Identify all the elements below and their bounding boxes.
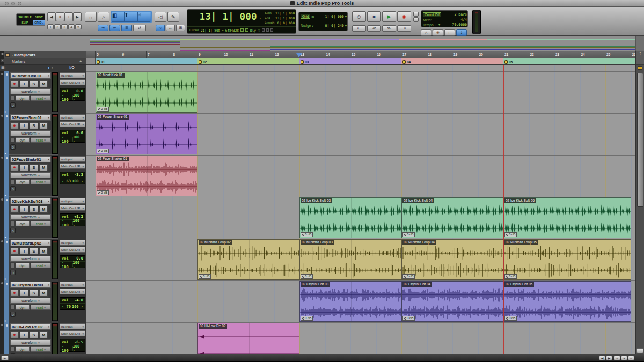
counter-dropdown-icon[interactable]: ▾: [259, 16, 261, 20]
solo-button[interactable]: S: [30, 248, 38, 255]
solo-button[interactable]: S: [30, 80, 38, 87]
mode-grid-button[interactable]: GRID▾: [33, 20, 45, 26]
audio-clip[interactable]: 02 Meat Kick 010 dB: [96, 72, 197, 113]
output-selector[interactable]: Main Out L/R▾: [60, 330, 85, 336]
markers-ruler-header[interactable]: Markers: [0, 58, 86, 65]
marker-segment[interactable]: 03: [299, 58, 401, 65]
audio-clip[interactable]: 02 Mustard Loop 040 dB: [401, 239, 503, 280]
zoom-preset-3-button[interactable]: 3: [61, 24, 68, 29]
automation-mode-button[interactable]: read▾: [31, 263, 51, 268]
freeze-button[interactable]: o: [10, 186, 16, 191]
playlist-button[interactable]: [10, 179, 14, 184]
marker-tag-icon[interactable]: [301, 60, 304, 64]
audio-clip[interactable]: 02 Mustard Loop 020 dB: [197, 239, 299, 280]
audio-clip[interactable]: 02 Power Snare 010 dB: [96, 114, 197, 154]
clip-gain-badge[interactable]: 0 dB: [504, 232, 517, 237]
input-monitor-button[interactable]: I: [20, 290, 28, 297]
marker-segment[interactable]: 04: [401, 58, 503, 65]
track-color-strip[interactable]: ▸: [4, 197, 9, 239]
marker-tag-icon[interactable]: [504, 60, 508, 64]
transport-collapse-button[interactable]: [413, 17, 419, 22]
clip-gain-badge[interactable]: 0 dB: [301, 316, 313, 321]
track-name-button[interactable]: 02PowerSnar01▾: [10, 114, 51, 121]
tab-to-transient-button[interactable]: ⇥: [98, 25, 108, 31]
clip-gain-badge[interactable]: 0 dB: [97, 190, 109, 195]
record-enable-button[interactable]: ●: [10, 331, 19, 338]
audio-clip[interactable]: 02 Ice Kick Soft 050 dB: [503, 197, 631, 238]
elastic-audio-button[interactable]: dyn: [16, 95, 30, 101]
track-group-column[interactable]: [0, 239, 4, 280]
zoom-preset-4-button[interactable]: 4: [68, 24, 75, 29]
tempo-value[interactable]: 70.0000: [452, 23, 467, 27]
elastic-audio-button[interactable]: dyn: [16, 221, 30, 226]
ruler-view-icon[interactable]: [1, 53, 4, 55]
automation-mode-button[interactable]: read▾: [31, 221, 51, 226]
playlist-button[interactable]: [10, 95, 14, 101]
selector-tool-button[interactable]: I: [125, 12, 137, 22]
automation-mode-button[interactable]: read▾: [31, 346, 51, 352]
markers-ruler[interactable]: 0102030405: [86, 58, 635, 65]
input-monitor-button[interactable]: I: [20, 206, 28, 213]
playlist-button[interactable]: [10, 263, 14, 268]
automation-mode-button[interactable]: read▾: [31, 305, 51, 310]
clip-gain-badge[interactable]: 0 dB: [97, 107, 109, 112]
link-track-selection-button[interactable]: ↔: [166, 25, 175, 31]
track-view-selector[interactable]: waveform▾: [10, 339, 51, 345]
track-view-selector[interactable]: waveform▾: [10, 298, 51, 304]
audio-clip[interactable]: 02 Hi-Low Re 02: [197, 323, 299, 354]
track-group-column[interactable]: [0, 322, 4, 354]
output-selector[interactable]: Main Out L/R▾: [60, 289, 85, 294]
elastic-audio-button[interactable]: dyn: [16, 137, 30, 143]
bars-beats-ruler-header[interactable]: ▾ Bars|Beats: [0, 51, 86, 58]
zoom-fit-button[interactable]: ↔: [628, 356, 634, 360]
universe-marker-strip[interactable]: [487, 39, 635, 40]
elastic-audio-button[interactable]: dyn: [16, 179, 30, 184]
mode-spot-button[interactable]: SPOT: [33, 14, 45, 20]
main-counter-value[interactable]: 13| 1| 000: [189, 11, 257, 22]
zoom-preset-1-button[interactable]: 1: [47, 24, 54, 29]
record-enable-button[interactable]: ●: [10, 290, 19, 297]
volume-pan-display[interactable]: vol0.0 ‹ 100100 ›: [60, 88, 85, 101]
vertical-scrollbar[interactable]: ⇡ − +: [635, 51, 644, 361]
zoom-in-button[interactable]: +: [621, 356, 627, 360]
chevron-down-icon[interactable]: ▾: [345, 14, 347, 19]
grid-indicator-icon[interactable]: [240, 28, 244, 32]
track-name-button[interactable]: 02 Meat Kick 01▾: [10, 72, 51, 79]
universe-marker-strip[interactable]: [399, 39, 487, 40]
track-group-column[interactable]: [0, 71, 4, 113]
go-to-end-button[interactable]: ⇥: [397, 25, 411, 32]
input-monitor-button[interactable]: I: [20, 248, 28, 255]
timeline-insert-box[interactable]: [266, 28, 269, 32]
track-list-toggle-icon[interactable]: [1, 59, 4, 62]
input-selector[interactable]: no input▾: [60, 323, 85, 329]
nudge-indicator-icon[interactable]: [245, 28, 248, 32]
track-color-strip[interactable]: ▸: [4, 71, 9, 113]
play-button[interactable]: ▶: [382, 11, 396, 22]
universe-clip-line[interactable]: [270, 46, 635, 47]
volume-pan-display[interactable]: vol+1.2 ‹ 100100 ›: [60, 213, 85, 226]
trim-tool-button[interactable]: ◧: [112, 12, 125, 22]
transport-expand-button[interactable]: [413, 12, 419, 17]
mute-button[interactable]: M: [39, 331, 48, 338]
zoom-horizontal-out-button[interactable]: ◀: [47, 12, 56, 21]
audio-zoom-button[interactable]: ⇕: [56, 12, 64, 21]
bars-beats-ruler[interactable]: 567891011121314151617181920212223242526: [86, 51, 635, 58]
track-color-strip[interactable]: ▸: [4, 322, 9, 354]
grid-mode-button[interactable]: Grid: [301, 14, 310, 19]
universe-overview[interactable]: [0, 36, 644, 51]
marker-segment[interactable]: 05: [503, 58, 635, 65]
freeze-button[interactable]: o: [10, 228, 16, 233]
freeze-button[interactable]: o: [10, 270, 16, 275]
return-to-zero-button[interactable]: ⇤: [352, 25, 366, 32]
volume-pan-display[interactable]: vol-3.3 ‹ 63100 ›: [60, 172, 85, 184]
audio-clip[interactable]: 02 Mustard Loop 050 dB: [503, 239, 631, 280]
playlist-button[interactable]: [10, 346, 14, 352]
track-view-selector[interactable]: waveform▾: [10, 130, 51, 136]
delay-compensation-badge[interactable]: Dly: [250, 28, 256, 32]
clip-gain-badge[interactable]: 0 dB: [402, 232, 415, 237]
input-monitor-button[interactable]: I: [20, 122, 28, 129]
track-view-selector[interactable]: waveform▾: [10, 88, 51, 94]
mute-button[interactable]: M: [39, 122, 48, 129]
output-selector[interactable]: Main Out L/R▾: [60, 163, 85, 169]
edit-window-scrolling-button[interactable]: ≣: [121, 25, 132, 31]
